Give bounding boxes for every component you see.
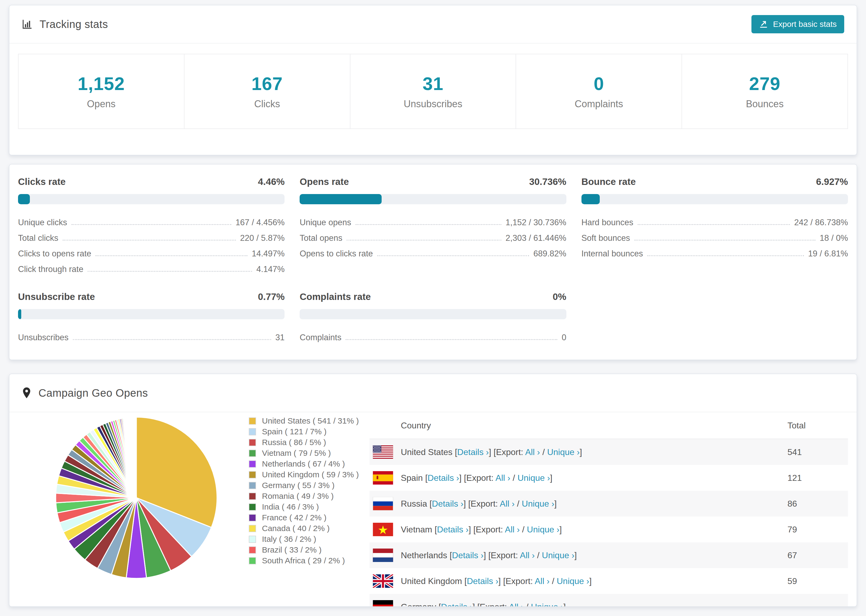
legend-swatch xyxy=(249,536,256,543)
legend-item-vietnam[interactable]: Vietnam ( 79 / 5% ) xyxy=(249,448,359,459)
country-total: 86 xyxy=(787,499,848,509)
legend-item-spain[interactable]: Spain ( 121 / 7% ) xyxy=(249,426,359,437)
rate-detail-label: Total opens xyxy=(299,233,342,243)
geo-opens-body: United States ( 541 / 31% )Spain ( 121 /… xyxy=(9,412,857,607)
legend-item-romania[interactable]: Romania ( 49 / 3% ) xyxy=(249,491,359,501)
export-all-link[interactable]: All › xyxy=(535,576,550,586)
dotted-leader xyxy=(72,224,231,225)
geo-table-row-united-kingdom: United Kingdom [Details ›] [Export: All … xyxy=(370,568,848,594)
export-unique-link[interactable]: Unique › xyxy=(522,499,554,509)
rate-detail-value: 0 xyxy=(562,333,566,343)
legend-swatch xyxy=(249,428,256,435)
dotted-leader xyxy=(96,255,247,256)
export-all-link[interactable]: All › xyxy=(495,473,510,483)
rate-detail-value: 18 / 0% xyxy=(820,233,848,243)
geo-table-row-vietnam: Vietnam [Details ›] [Export: All › / Uni… xyxy=(370,517,848,542)
stat-label: Opens xyxy=(87,98,115,110)
rate-detail-value: 14.497% xyxy=(252,249,285,259)
country-name: Germany xyxy=(401,602,436,607)
country-name: United Kingdom xyxy=(401,576,462,586)
country-cell: Germany [Details ›] [Export: All › / Uni… xyxy=(401,602,787,607)
rate-detail-value: 31 xyxy=(276,333,285,343)
legend-label: Netherlands ( 67 / 4% ) xyxy=(262,459,345,468)
legend-label: France ( 42 / 2% ) xyxy=(262,513,326,522)
rate-detail-value: 167 / 4.456% xyxy=(236,218,285,227)
rate-detail-row: Unique opens1,152 / 30.736% xyxy=(299,212,566,227)
legend-item-united-states[interactable]: United States ( 541 / 31% ) xyxy=(249,415,359,426)
rate-detail-row: Click through rate4.147% xyxy=(18,259,285,274)
dotted-leader xyxy=(638,224,790,225)
rate-title: Bounce rate xyxy=(581,176,636,187)
rate-detail-label: Internal bounces xyxy=(581,249,643,259)
legend-swatch xyxy=(249,439,256,446)
export-all-link[interactable]: All › xyxy=(500,499,515,509)
export-all-link[interactable]: All › xyxy=(525,447,540,457)
rate-detail-label: Unique opens xyxy=(299,218,351,227)
legend-label: South Africa ( 29 / 2% ) xyxy=(262,556,345,565)
dotted-leader xyxy=(647,255,804,256)
geo-table-row-united-states: United States [Details ›] [Export: All ›… xyxy=(370,439,848,465)
export-basic-stats-button[interactable]: Export basic stats xyxy=(751,15,844,33)
export-unique-link[interactable]: Unique › xyxy=(557,576,589,586)
us-flag-icon xyxy=(373,445,393,459)
export-all-link[interactable]: All › xyxy=(509,602,524,607)
details-link[interactable]: Details › xyxy=(441,602,472,607)
export-icon xyxy=(759,20,768,29)
legend-item-united-kingdom[interactable]: United Kingdom ( 59 / 3% ) xyxy=(249,469,359,480)
tracking-stats-title-text: Tracking stats xyxy=(39,18,108,30)
details-link[interactable]: Details › xyxy=(457,447,489,457)
stat-value: 279 xyxy=(749,73,780,94)
export-unique-link[interactable]: Unique › xyxy=(531,602,564,607)
details-link[interactable]: Details › xyxy=(432,499,463,509)
legend-item-italy[interactable]: Italy ( 36 / 2% ) xyxy=(249,534,359,545)
rate-detail-label: Clicks to opens rate xyxy=(18,249,91,259)
export-all-link[interactable]: All › xyxy=(520,550,535,560)
tracking-stats-title: Tracking stats xyxy=(22,18,108,30)
legend-item-germany[interactable]: Germany ( 55 / 3% ) xyxy=(249,480,359,491)
legend-item-india[interactable]: India ( 46 / 3% ) xyxy=(249,501,359,512)
export-all-link[interactable]: All › xyxy=(505,525,520,534)
tracking-stats-header: Tracking stats Export basic stats xyxy=(9,5,857,44)
export-unique-link[interactable]: Unique › xyxy=(527,525,559,534)
rates-grid: Clicks rate4.46%Unique clicks167 / 4.456… xyxy=(9,165,857,343)
rate-progress-track xyxy=(18,194,285,204)
country-total: 121 xyxy=(787,473,848,483)
rate-detail-label: Complaints xyxy=(299,333,341,343)
export-unique-link[interactable]: Unique › xyxy=(542,550,575,560)
rate-rows: Unsubscribes31 xyxy=(18,327,285,343)
stat-value: 0 xyxy=(594,73,604,94)
export-label: Export: xyxy=(480,602,507,607)
dotted-leader xyxy=(356,224,501,225)
legend-label: Italy ( 36 / 2% ) xyxy=(262,534,316,544)
country-cell: Netherlands [Details ›] [Export: All › /… xyxy=(401,550,787,560)
details-link[interactable]: Details › xyxy=(452,550,483,560)
stat-value: 167 xyxy=(252,73,283,94)
legend-item-russia[interactable]: Russia ( 86 / 5% ) xyxy=(249,437,359,448)
stat-value: 1,152 xyxy=(78,73,125,94)
rate-progress-track xyxy=(581,194,848,204)
dotted-leader xyxy=(347,240,501,240)
rate-detail-row: Complaints0 xyxy=(299,327,566,343)
geo-table-header-row: Country Total xyxy=(370,412,848,439)
legend-item-south-africa[interactable]: South Africa ( 29 / 2% ) xyxy=(249,555,359,566)
legend-label: Romania ( 49 / 3% ) xyxy=(262,492,334,501)
country-name: Netherlands xyxy=(401,550,447,560)
details-link[interactable]: Details › xyxy=(428,473,459,483)
export-label: Export: xyxy=(496,447,523,457)
legend-item-france[interactable]: France ( 42 / 2% ) xyxy=(249,512,359,523)
rate-progress-track xyxy=(18,309,285,319)
legend-item-canada[interactable]: Canada ( 40 / 2% ) xyxy=(249,523,359,534)
legend-label: Vietnam ( 79 / 5% ) xyxy=(262,449,331,458)
rate-rows: Hard bounces242 / 86.738%Soft bounces18 … xyxy=(581,212,848,259)
details-link[interactable]: Details › xyxy=(467,576,498,586)
legend-item-brazil[interactable]: Brazil ( 33 / 2% ) xyxy=(249,545,359,555)
export-unique-link[interactable]: Unique › xyxy=(547,447,579,457)
legend-label: Spain ( 121 / 7% ) xyxy=(262,427,326,436)
total-column-header: Total xyxy=(787,421,848,431)
legend-item-netherlands[interactable]: Netherlands ( 67 / 4% ) xyxy=(249,459,359,469)
rate-rows: Complaints0 xyxy=(299,327,566,343)
export-label: Export: xyxy=(505,576,533,586)
export-unique-link[interactable]: Unique › xyxy=(518,473,550,483)
details-link[interactable]: Details › xyxy=(437,525,469,534)
export-label: Export: xyxy=(491,550,518,560)
